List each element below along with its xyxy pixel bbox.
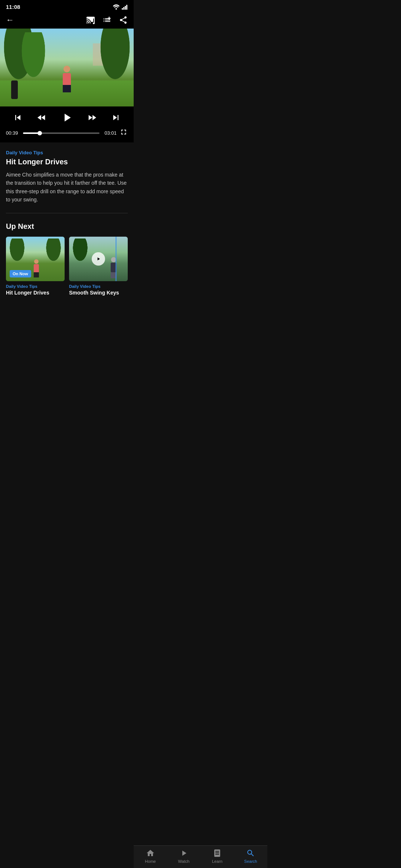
bottom-spacer [0, 303, 134, 333]
golf-bag [11, 80, 18, 99]
fast-forward-button[interactable] [87, 112, 97, 123]
card-badge-1: On Now [10, 270, 31, 277]
video-category: Daily Video Tips [6, 150, 128, 155]
skip-prev-icon [13, 112, 23, 123]
status-time: 11:08 [6, 4, 20, 10]
status-bar: 11:08 [0, 0, 134, 11]
svg-rect-2 [123, 7, 124, 10]
progress-fill [23, 132, 40, 134]
rewind-button[interactable] [36, 112, 47, 123]
share-button[interactable] [119, 16, 128, 24]
top-nav: ← [0, 11, 134, 29]
card-category-2: Daily Video Tips [69, 284, 128, 289]
video-card-1[interactable]: On Now Daily Video Tips Hit Longer Drive… [6, 237, 65, 296]
player-figure [61, 66, 72, 92]
card-play-button-2[interactable] [92, 252, 105, 266]
control-buttons [6, 111, 128, 124]
cast-button[interactable] [86, 16, 95, 24]
play-icon-small [96, 256, 101, 262]
skip-next-button[interactable] [111, 112, 121, 123]
fullscreen-button[interactable] [120, 128, 128, 138]
progress-bar[interactable] [23, 132, 100, 134]
play-button[interactable] [60, 111, 74, 124]
fast-forward-icon [87, 112, 97, 123]
card-thumb-1: On Now [6, 237, 65, 281]
card-category-1: Daily Video Tips [6, 284, 65, 289]
player-controls: 00:39 03:01 [0, 106, 134, 142]
progress-dot [38, 131, 42, 135]
signal-icon [122, 4, 128, 10]
video-info: Daily Video Tips Hit Longer Drives Aimee… [0, 142, 134, 211]
card-figure [34, 259, 39, 277]
video-card-2[interactable]: Daily Video Tips Smooth Swing Keys [69, 237, 128, 296]
video-title: Hit Longer Drives [6, 158, 128, 166]
rewind-icon [36, 112, 47, 123]
up-next-section: Up Next On Now Daily Video Tips [0, 215, 134, 303]
card-title-1: Hit Longer Drives [6, 290, 65, 296]
card-thumb-2 [69, 237, 128, 281]
share-icon [119, 16, 128, 24]
tree-mid-left [19, 32, 48, 84]
wifi-icon [113, 4, 120, 10]
video-player: 00:39 03:01 [0, 29, 134, 142]
svg-rect-1 [122, 8, 123, 10]
skip-prev-button[interactable] [13, 112, 23, 123]
add-queue-icon [102, 16, 111, 24]
add-queue-button[interactable] [102, 16, 111, 24]
skip-next-icon [111, 112, 121, 123]
back-icon: ← [6, 15, 14, 25]
tree-right [97, 29, 134, 88]
section-divider [6, 213, 128, 213]
top-nav-actions [86, 16, 128, 24]
cast-icon [86, 16, 95, 24]
status-icons [113, 4, 128, 10]
total-time: 03:01 [102, 130, 117, 136]
video-description: Aimee Cho simplifies a move that the pro… [6, 171, 128, 204]
card-title-2: Smooth Swing Keys [69, 290, 128, 296]
back-button[interactable]: ← [6, 15, 14, 25]
current-time: 00:39 [6, 130, 20, 136]
play-icon [60, 111, 74, 124]
fullscreen-icon [120, 128, 128, 136]
video-cards: On Now Daily Video Tips Hit Longer Drive… [6, 237, 128, 296]
video-thumbnail[interactable] [0, 29, 134, 106]
svg-rect-3 [125, 6, 126, 10]
progress-row: 00:39 03:01 [6, 128, 128, 138]
svg-rect-4 [126, 5, 127, 10]
up-next-title: Up Next [6, 222, 128, 231]
svg-point-0 [115, 8, 117, 10]
